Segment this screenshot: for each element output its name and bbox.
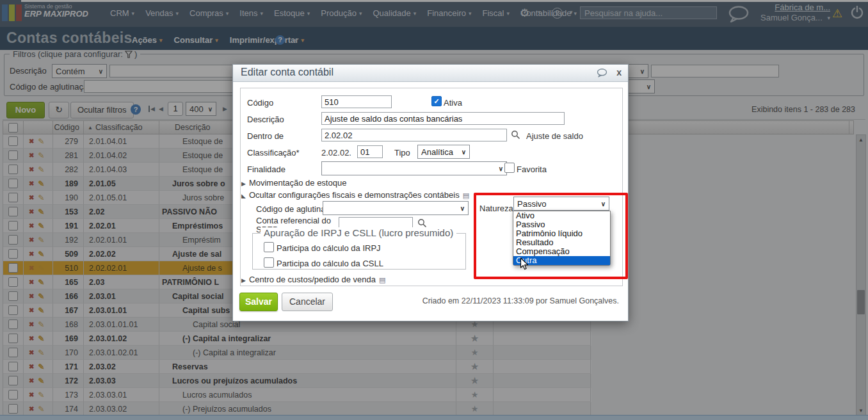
natureza-option-ativo[interactable]: Ativo (513, 211, 610, 220)
aglutinacao-select[interactable]: ∨ (323, 201, 469, 215)
chevron-down-icon: ∨ (460, 205, 465, 212)
ativa-label: Ativa (444, 98, 462, 108)
classificacao-prefix: 2.02.02. (321, 148, 351, 158)
doc-icon: ▤ (463, 191, 469, 199)
tipo-value: Analítica (421, 147, 453, 157)
natureza-option-passivo[interactable]: Passivo (513, 220, 610, 229)
search-icon[interactable] (417, 218, 427, 228)
codigo-label: Código (247, 98, 273, 108)
chevron-down-icon: ∨ (499, 165, 503, 172)
section-movimentacao[interactable]: ▶Movimentação de estoque (241, 178, 346, 188)
close-icon[interactable]: x (616, 67, 622, 77)
save-button[interactable]: Salvar (239, 293, 278, 311)
natureza-option-resultado[interactable]: Resultado (513, 238, 610, 247)
section-movimentacao-label: Movimentação de estoque (249, 178, 346, 188)
irpj-checkbox[interactable] (264, 242, 274, 252)
irpj-checkbox-label: Participa do cálculo da IRPJ (277, 243, 381, 253)
search-icon[interactable] (511, 130, 520, 140)
modal-header: Editar conta contábil x (233, 65, 628, 82)
favorita-checkbox[interactable] (504, 163, 515, 173)
tipo-label: Tipo (394, 148, 410, 158)
csll-checkbox-label: Participa do cálculo da CSLL (277, 259, 383, 268)
comment-icon[interactable] (597, 69, 607, 77)
section-fiscais-label: Ocultar configurações fiscais e demonstr… (249, 190, 460, 200)
codigo-input[interactable] (321, 95, 392, 108)
section-fiscais[interactable]: ◣Ocultar configurações fiscais e demonst… (241, 190, 469, 200)
cancel-button[interactable]: Cancelar (282, 293, 333, 311)
mouse-cursor (520, 257, 529, 271)
irpj-title: Apuração de IRPJ e CSLL (lucro presumido… (261, 227, 456, 238)
csll-checkbox[interactable] (264, 257, 274, 268)
ativa-checkbox[interactable]: ✓ (431, 96, 442, 106)
collapsed-triangle-icon: ▶ (241, 277, 246, 284)
created-info: Criado em 22/11/2023 11:33:09 por Samuel… (422, 296, 619, 305)
chevron-down-icon: ∨ (462, 149, 466, 156)
finalidade-select[interactable]: ∨ (321, 161, 507, 175)
dentro-de-label: Dentro de (247, 131, 284, 141)
descricao-input[interactable] (321, 112, 565, 125)
classificacao-label: Classificação* (247, 148, 300, 158)
natureza-option-compensa-o[interactable]: Compensação (513, 247, 610, 256)
section-centro-custos[interactable]: ▶Centro de custos/pedido de venda▤ (241, 275, 385, 284)
descricao-label: Descrição (247, 115, 284, 124)
finalidade-label: Finalidade (247, 165, 285, 174)
favorita-label: Favorita (517, 165, 547, 174)
dentro-de-hint: Ajuste de saldo (526, 131, 583, 141)
section-centro-custos-label: Centro de custos/pedido de venda (249, 275, 376, 284)
modal-title: Editar conta contábil (241, 67, 334, 78)
collapsed-triangle-icon: ▶ (241, 181, 246, 187)
classificacao-input[interactable] (357, 145, 383, 158)
doc-icon: ▤ (379, 276, 385, 284)
dentro-de-input[interactable] (321, 129, 507, 141)
natureza-option-patrim-nio-l-quido[interactable]: Patrimônio líquido (513, 229, 610, 238)
expanded-triangle-icon: ◣ (241, 193, 246, 199)
sped-label-line1: Conta referencial do (256, 216, 331, 225)
tipo-select[interactable]: Analítica ∨ (417, 145, 470, 159)
